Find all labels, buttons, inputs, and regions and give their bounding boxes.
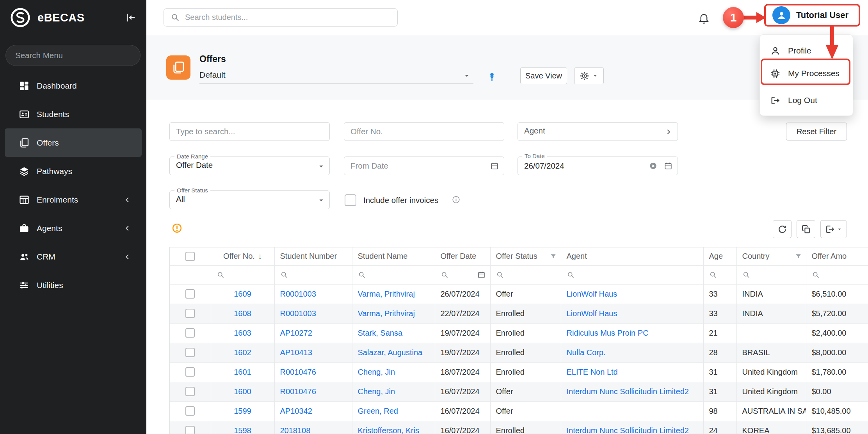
- view-select[interactable]: Default: [199, 68, 473, 84]
- quick-search-input[interactable]: [169, 122, 330, 141]
- row-checkbox[interactable]: [185, 309, 195, 318]
- column-header-offer-status[interactable]: Offer Status: [490, 247, 561, 265]
- sidebar-item-offers[interactable]: Offers: [5, 128, 142, 157]
- offer-no-link[interactable]: 1599: [234, 407, 251, 415]
- sidebar-item-pathways[interactable]: Pathways: [5, 157, 142, 185]
- agent-select[interactable]: Agent: [518, 122, 678, 141]
- include-invoices-checkbox[interactable]: [345, 194, 356, 206]
- from-date-input[interactable]: [344, 157, 504, 175]
- student-number-link[interactable]: AP10272: [280, 329, 312, 337]
- column-header-student-number[interactable]: Student Number: [274, 247, 352, 265]
- calendar-icon[interactable]: [664, 162, 672, 170]
- student-number-link[interactable]: AP10413: [280, 348, 312, 357]
- filter-student-number-cell[interactable]: [274, 265, 352, 284]
- offer-no-link[interactable]: 1608: [234, 309, 251, 318]
- agent-link[interactable]: ELITE Non Ltd: [567, 368, 618, 376]
- offer-no-link[interactable]: 1603: [234, 329, 251, 337]
- student-number-link[interactable]: R0001003: [280, 290, 316, 298]
- agent-link[interactable]: LionWolf Haus: [567, 290, 617, 298]
- column-header-offer-no[interactable]: Offer No.↓: [211, 247, 274, 265]
- reset-filter-button[interactable]: Reset Filter: [786, 123, 847, 141]
- sidebar-item-crm[interactable]: CRM: [5, 242, 142, 271]
- table-row[interactable]: 1603 AP10272 Stark, Sansa 19/07/2024 Enr…: [170, 323, 868, 343]
- sidebar-item-dashboard[interactable]: Dashboard: [5, 71, 142, 100]
- table-row[interactable]: 1598 2018108 Kristofferson, Kris 16/07/2…: [170, 421, 868, 434]
- offer-no-link[interactable]: 1600: [234, 387, 251, 396]
- column-header-agent[interactable]: Agent: [561, 247, 703, 265]
- row-checkbox[interactable]: [185, 426, 195, 434]
- filter-offer-date-cell[interactable]: [435, 265, 490, 284]
- student-number-link[interactable]: R0010476: [280, 368, 316, 376]
- student-name-link[interactable]: Salazar, Augustina: [358, 348, 423, 357]
- table-row[interactable]: 1601 R0010476 Cheng, Jin 18/07/2024 Enro…: [170, 362, 868, 382]
- filter-offer-no-cell[interactable]: [211, 265, 274, 284]
- clear-icon[interactable]: [649, 162, 658, 171]
- row-checkbox[interactable]: [185, 387, 195, 396]
- filter-offer-status-cell[interactable]: [490, 265, 561, 284]
- agent-link[interactable]: Interdum Nunc Sollicitudin Limited2: [567, 387, 689, 396]
- row-checkbox[interactable]: [185, 328, 195, 338]
- student-name-link[interactable]: Kristofferson, Kris: [358, 426, 419, 434]
- filter-offer-amount-cell[interactable]: [806, 265, 868, 284]
- offer-no-link[interactable]: 1602: [234, 348, 251, 357]
- copy-button[interactable]: [797, 220, 815, 238]
- offer-no-link[interactable]: 1598: [234, 426, 251, 434]
- info-icon[interactable]: [452, 195, 461, 204]
- student-name-link[interactable]: Green, Red: [358, 407, 398, 415]
- select-all-checkbox[interactable]: [185, 252, 195, 261]
- column-header-offer-amount[interactable]: Offer Amo: [806, 247, 868, 265]
- refresh-button[interactable]: [773, 220, 792, 238]
- sidebar-item-enrolments[interactable]: Enrolments: [5, 185, 142, 214]
- agent-link[interactable]: Interdum Nunc Sollicitudin Limited2: [567, 426, 689, 434]
- pin-icon[interactable]: [487, 72, 497, 82]
- row-checkbox[interactable]: [185, 406, 195, 416]
- table-row[interactable]: 1609 R0001003 Varma, Prithviraj 26/07/20…: [170, 284, 868, 304]
- menu-item-log-out[interactable]: Log Out: [760, 89, 853, 112]
- table-row[interactable]: 1600 R0010476 Cheng, Jin 16/07/2024 Offe…: [170, 382, 868, 401]
- agent-link[interactable]: Nulla Corp.: [567, 348, 606, 357]
- agent-link[interactable]: Ridiculus Mus Proin PC: [567, 329, 649, 337]
- offer-status-select[interactable]: Offer Status All: [169, 190, 330, 209]
- offer-no-link[interactable]: 1601: [234, 368, 251, 376]
- table-row[interactable]: 1602 AP10413 Salazar, Augustina 19/07/20…: [170, 343, 868, 362]
- column-header-student-name[interactable]: Student Name: [352, 247, 435, 265]
- row-checkbox[interactable]: [185, 348, 195, 357]
- student-name-link[interactable]: Varma, Prithviraj: [358, 309, 415, 318]
- column-header-age[interactable]: Age: [703, 247, 736, 265]
- save-view-button[interactable]: Save View: [520, 67, 567, 84]
- agent-link[interactable]: LionWolf Haus: [567, 309, 617, 318]
- student-number-link[interactable]: AP10342: [280, 407, 312, 415]
- date-range-select[interactable]: Date Range Offer Date: [169, 157, 330, 175]
- menu-search-input[interactable]: [5, 45, 141, 66]
- sidebar-collapse-icon[interactable]: [125, 11, 137, 24]
- filter-country-cell[interactable]: [736, 265, 806, 284]
- offer-no-input[interactable]: [344, 122, 504, 141]
- filter-age-cell[interactable]: [703, 265, 736, 284]
- student-number-link[interactable]: R0001003: [280, 309, 316, 318]
- column-header-offer-date[interactable]: Offer Date: [435, 247, 490, 265]
- student-number-link[interactable]: R0010476: [280, 387, 316, 396]
- row-checkbox[interactable]: [185, 367, 195, 377]
- student-search-input[interactable]: [164, 8, 398, 27]
- offer-no-link[interactable]: 1609: [234, 290, 251, 298]
- table-row[interactable]: 1608 R0001003 Varma, Prithviraj 22/07/20…: [170, 304, 868, 323]
- calendar-icon[interactable]: [477, 271, 486, 279]
- filter-student-name-cell[interactable]: [352, 265, 435, 284]
- student-name-link[interactable]: Cheng, Jin: [358, 368, 395, 376]
- student-number-link[interactable]: 2018108: [280, 426, 311, 434]
- calendar-icon[interactable]: [490, 162, 499, 170]
- filter-funnel-icon[interactable]: [795, 253, 802, 260]
- table-row[interactable]: 1599 AP10342 Green, Red 16/07/2024 Offer…: [170, 401, 868, 421]
- sidebar-item-students[interactable]: Students: [5, 100, 142, 128]
- grid-settings-button[interactable]: [574, 67, 604, 84]
- filter-alert-icon[interactable]: [171, 222, 183, 234]
- column-header-country[interactable]: Country: [736, 247, 806, 265]
- student-name-link[interactable]: Cheng, Jin: [358, 387, 395, 396]
- row-checkbox[interactable]: [185, 289, 195, 299]
- sidebar-item-agents[interactable]: Agents: [5, 214, 142, 242]
- student-name-link[interactable]: Varma, Prithviraj: [358, 290, 415, 298]
- filter-funnel-icon[interactable]: [550, 253, 557, 260]
- notifications-button[interactable]: [696, 10, 711, 26]
- student-name-link[interactable]: Stark, Sansa: [358, 329, 403, 337]
- export-button[interactable]: [820, 220, 847, 238]
